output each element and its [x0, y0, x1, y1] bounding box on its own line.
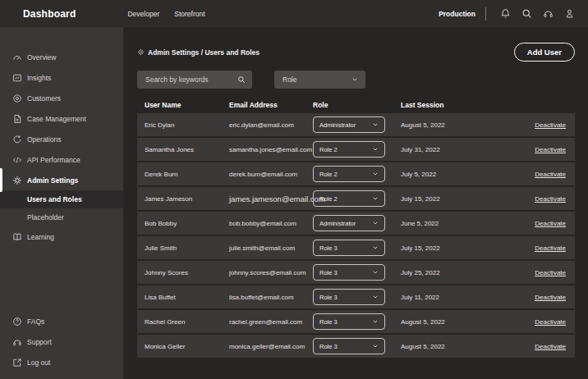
- role-select[interactable]: Administrator: [313, 215, 385, 231]
- user-name-cell: Rachel Green: [137, 318, 229, 326]
- role-select[interactable]: Role 3: [313, 289, 385, 305]
- role-select[interactable]: Role 3: [313, 313, 385, 330]
- sidebar-item-faqs[interactable]: FAQs: [0, 311, 123, 331]
- last-session-cell: August 5, 2022: [401, 121, 517, 129]
- role-select[interactable]: Administrator: [313, 116, 385, 133]
- user-name-cell: Bob Bobby: [137, 220, 229, 227]
- chevron-down-icon: [372, 318, 379, 325]
- role-select[interactable]: Role 2: [313, 166, 385, 182]
- role-select[interactable]: Role 3: [313, 338, 385, 354]
- deactivate-link[interactable]: Deactivate: [535, 171, 566, 178]
- last-session-cell: July 25, 2022: [401, 269, 517, 276]
- sidebar-subitem-label: Placeholder: [27, 213, 64, 221]
- role-select[interactable]: Role 3: [313, 264, 385, 281]
- role-select[interactable]: Role 2: [313, 141, 385, 158]
- sidebar-item-customers[interactable]: Customers: [0, 88, 123, 108]
- role-value: Administrator: [319, 220, 356, 227]
- role-select[interactable]: Role 3: [313, 240, 385, 256]
- sidebar-item-insights[interactable]: Insights: [0, 67, 123, 88]
- actions-cell: Deactivate: [535, 121, 575, 129]
- sidebar-item-label: Learning: [27, 233, 54, 241]
- role-cell: Role 3: [313, 289, 401, 305]
- sidebar-item-overview[interactable]: Overview: [0, 47, 123, 67]
- actions-cell: Deactivate: [535, 220, 575, 227]
- topbar-right: Production: [439, 7, 580, 21]
- actions-cell: Deactivate: [535, 269, 575, 276]
- user-name-cell: Eric Dylan: [137, 121, 229, 129]
- deactivate-link[interactable]: Deactivate: [535, 318, 566, 326]
- sidebar-item-support[interactable]: Support: [0, 331, 123, 352]
- gear-icon: [12, 176, 22, 185]
- last-session-cell: August 5, 2022: [401, 318, 517, 326]
- breadcrumb: Admin Settings / Users and Roles: [137, 48, 260, 57]
- user-icon[interactable]: [564, 8, 575, 19]
- sidebar-item-admin-settings[interactable]: Admin Settings: [0, 170, 123, 190]
- search-icon: [237, 75, 246, 84]
- sidebar-item-label: Customers: [27, 94, 61, 103]
- role-cell: Role 2: [313, 190, 401, 207]
- table-row: Johnny Scores johnny.scores@email.com Ro…: [137, 261, 575, 284]
- gauge-icon: [12, 53, 22, 62]
- deactivate-link[interactable]: Deactivate: [535, 294, 566, 301]
- sidebar-item-logout[interactable]: Log out: [0, 352, 123, 372]
- deactivate-link[interactable]: Deactivate: [535, 146, 566, 153]
- sidebar-item-operations[interactable]: Operations: [0, 129, 123, 149]
- search-input[interactable]: [137, 71, 252, 89]
- deactivate-link[interactable]: Deactivate: [535, 220, 566, 227]
- deactivate-link[interactable]: Deactivate: [535, 269, 566, 276]
- user-name-cell: Julie Smith: [137, 244, 229, 252]
- deactivate-link[interactable]: Deactivate: [535, 121, 566, 129]
- sidebar-item-label: Admin Settings: [27, 176, 78, 185]
- deactivate-link[interactable]: Deactivate: [535, 343, 566, 350]
- last-session-cell: June 5, 2022: [401, 220, 517, 227]
- user-name-cell: Derek Burn: [137, 171, 229, 178]
- user-name-cell: Samantha Jones: [137, 146, 229, 153]
- sidebar-subitem-users-and-roles[interactable]: Users and Roles: [0, 190, 123, 208]
- sidebar-item-learning[interactable]: Learning: [0, 226, 123, 247]
- sidebar-item-case-management[interactable]: Case Management: [0, 108, 123, 129]
- email-cell: rachel.green@email.com: [229, 318, 313, 326]
- sidebar-subitem-label: Users and Roles: [27, 195, 82, 203]
- nav-developer[interactable]: Developer: [127, 10, 159, 18]
- app-root: Dashboard Developer Storefront Productio…: [0, 0, 588, 379]
- table-row: Julie Smith julie.smith@email.com Role 3…: [137, 236, 575, 259]
- last-session-cell: July 15, 2022: [401, 244, 517, 252]
- chevron-down-icon: [372, 343, 379, 349]
- deactivate-link[interactable]: Deactivate: [535, 244, 566, 252]
- filter-row: Role: [137, 71, 575, 89]
- user-name-cell: Johnny Scores: [137, 269, 229, 276]
- sidebar-subitem-placeholder[interactable]: Placeholder: [0, 208, 123, 226]
- sidebar-item-label: API Performance: [27, 156, 80, 164]
- actions-cell: Deactivate: [535, 171, 575, 178]
- deactivate-link[interactable]: Deactivate: [535, 195, 566, 203]
- header-row: Admin Settings / Users and Roles Add Use…: [137, 43, 575, 62]
- email-cell: lisa.buffet@email.com: [229, 294, 313, 301]
- role-value: Role 3: [319, 318, 338, 326]
- chevron-down-icon: [372, 220, 379, 226]
- nav-storefront[interactable]: Storefront: [174, 10, 204, 18]
- app-logo: Dashboard: [23, 8, 76, 20]
- role-filter-dropdown[interactable]: Role: [274, 71, 365, 89]
- last-session-cell: July 31, 2022: [401, 146, 517, 153]
- chevron-down-icon: [372, 294, 379, 300]
- headset-icon[interactable]: [543, 8, 554, 19]
- role-filter-label: Role: [283, 75, 296, 84]
- role-select[interactable]: Role 2: [313, 190, 385, 207]
- role-cell: Role 3: [313, 264, 401, 281]
- role-value: Role 2: [319, 195, 338, 203]
- sidebar-item-label: Insights: [27, 74, 51, 82]
- last-session-cell: July 11, 2022: [401, 294, 517, 301]
- sidebar-item-label: Support: [27, 338, 52, 346]
- table-row: Monica Geller monica.geller@email.com Ro…: [137, 335, 575, 358]
- add-user-button[interactable]: Add User: [514, 43, 575, 62]
- role-value: Administrator: [319, 121, 356, 129]
- sidebar: Overview Insights Customers Case Managem…: [0, 27, 123, 379]
- search-icon[interactable]: [521, 8, 532, 19]
- last-session-cell: August 5, 2022: [401, 343, 517, 350]
- chevron-down-icon: [372, 195, 379, 202]
- bell-icon[interactable]: [500, 8, 511, 19]
- role-cell: Role 2: [313, 166, 401, 182]
- role-value: Role 3: [319, 244, 338, 252]
- table-row: James Jameson james.jameson@email.com Ro…: [137, 187, 575, 210]
- sidebar-item-api-performance[interactable]: API Performance: [0, 149, 123, 170]
